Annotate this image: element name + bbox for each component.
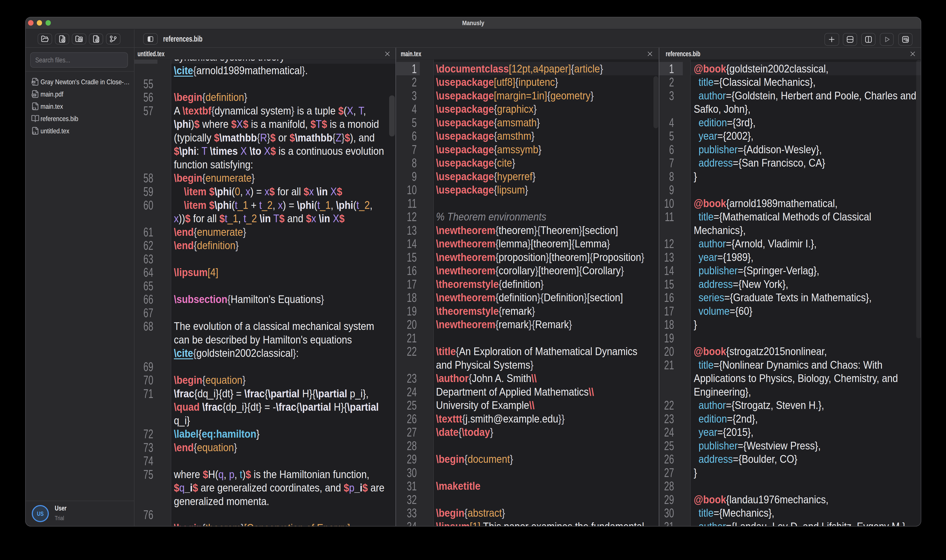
svg-text:PDF: PDF <box>32 94 36 96</box>
